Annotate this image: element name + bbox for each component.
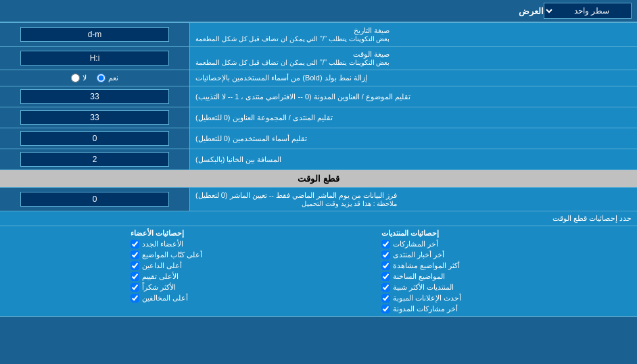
column-gap-input-cell xyxy=(0,149,189,170)
checkbox-latest-classified[interactable]: أحدث الإعلانات المبوبة xyxy=(381,294,632,303)
display-select[interactable]: سطر واحد سطرين ثلاثة أسطر xyxy=(544,3,632,19)
radio-no[interactable]: لا xyxy=(71,74,87,82)
username-trim-input-cell xyxy=(0,128,189,149)
members-stats-col: إحصائيات الأعضاء الأعضاء الجدد أعلى كتّا… xyxy=(131,229,381,313)
days-filter-row: فرز البيانات من يوم الماشر الماضي فقط --… xyxy=(0,188,637,211)
checkbox-top-rated[interactable]: الأعلى تقييم xyxy=(131,272,381,281)
time-format-row: صيغة الوقت بعض التكوينات يتطلب "/" التي … xyxy=(0,47,637,70)
header-row: سطر واحد سطرين ثلاثة أسطر العرض xyxy=(0,0,637,23)
checkbox-top-writers[interactable]: أعلى كتّاب المواضيع xyxy=(131,251,381,259)
checkbox-most-thanked[interactable]: الأكثر شكراً xyxy=(131,283,381,292)
checkbox-hot-topics[interactable]: المواضيع الساخنة xyxy=(381,272,632,281)
limit-title: حدد إحصائيات قطع الوقت xyxy=(5,214,632,223)
time-format-input[interactable] xyxy=(20,51,169,66)
column-gap-input[interactable] xyxy=(20,152,169,167)
limit-title-row: حدد إحصائيات قطع الوقت xyxy=(0,211,637,226)
topic-trim-row: تقليم الموضوع / العناوين المدونة (0 -- ا… xyxy=(0,86,637,107)
date-format-label: صيغة التاريخ بعض التكوينات يتطلب "/" الت… xyxy=(189,23,637,46)
checkbox-similar-forums[interactable]: المنتديات الأكثر شبية xyxy=(381,283,632,292)
days-filter-input[interactable] xyxy=(20,192,169,207)
username-trim-label: تقليم أسماء المستخدمين (0 للتعطيل) xyxy=(189,128,637,149)
topic-trim-label: تقليم الموضوع / العناوين المدونة (0 -- ا… xyxy=(189,86,637,107)
checkbox-new-members[interactable]: الأعضاء الجدد xyxy=(131,240,381,249)
days-filter-input-cell xyxy=(0,188,189,211)
topic-trim-input[interactable] xyxy=(20,89,169,104)
column-gap-label: المسافة بين الخانيا (بالبكسل) xyxy=(189,149,637,170)
col2-title: إحصائيات الأعضاء xyxy=(131,229,381,238)
bold-remove-label: إزالة نمط بولد (Bold) من أسماء المستخدمي… xyxy=(189,70,637,86)
radio-yes[interactable]: نعم xyxy=(97,74,118,82)
display-dropdown-container[interactable]: سطر واحد سطرين ثلاثة أسطر xyxy=(544,3,632,19)
forum-trim-input[interactable] xyxy=(20,110,169,125)
forum-trim-row: تقليم المنتدى / المجموعة العناوين (0 للت… xyxy=(0,107,637,128)
bold-remove-radio-cell: نعم لا xyxy=(0,70,189,86)
checkbox-top-violations[interactable]: أعلى المخالفين xyxy=(131,294,381,303)
checkbox-blog-posts[interactable]: أخر مشاركات المدونة xyxy=(381,305,632,313)
checkbox-most-viewed[interactable]: أكثر المواضيع مشاهدة xyxy=(381,261,632,270)
checkbox-area: إحصائيات المنتديات أخر المشاركات أخر أخب… xyxy=(0,226,637,317)
date-format-input[interactable] xyxy=(20,27,169,42)
days-filter-label: فرز البيانات من يوم الماشر الماضي فقط --… xyxy=(189,188,637,211)
username-trim-row: تقليم أسماء المستخدمين (0 للتعطيل) xyxy=(0,128,637,149)
bold-remove-row: إزالة نمط بولد (Bold) من أسماء المستخدمي… xyxy=(0,70,637,86)
checkbox-latest-posts[interactable]: أخر المشاركات xyxy=(381,240,632,249)
topic-trim-input-cell xyxy=(0,86,189,107)
col1-title: إحصائيات المنتديات xyxy=(381,229,632,238)
date-format-row: صيغة التاريخ بعض التكوينات يتطلب "/" الت… xyxy=(0,23,637,47)
header-title: العرض xyxy=(5,6,544,16)
checkbox-forum-news[interactable]: أخر أخبار المنتدى xyxy=(381,251,632,259)
time-format-label: صيغة الوقت بعض التكوينات يتطلب "/" التي … xyxy=(189,47,637,70)
username-trim-input[interactable] xyxy=(20,131,169,146)
forum-trim-label: تقليم المنتدى / المجموعة العناوين (0 للت… xyxy=(189,107,637,128)
checkbox-top-inviters[interactable]: أعلى الداعين xyxy=(131,261,381,270)
extra-col xyxy=(5,229,131,313)
column-gap-row: المسافة بين الخانيا (بالبكسل) xyxy=(0,149,637,170)
forum-trim-input-cell xyxy=(0,107,189,128)
date-format-input-cell xyxy=(0,23,189,46)
realtime-section-header: قطع الوقت xyxy=(0,170,637,188)
time-format-input-cell xyxy=(0,47,189,70)
forums-stats-col: إحصائيات المنتديات أخر المشاركات أخر أخب… xyxy=(381,229,632,313)
